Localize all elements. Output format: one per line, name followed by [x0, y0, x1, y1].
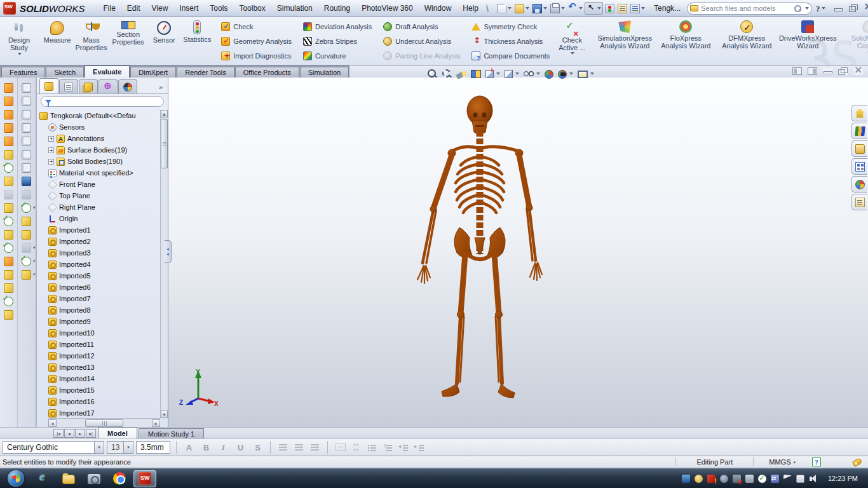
- toolbar-button[interactable]: ▾: [20, 201, 34, 215]
- format-letter-button[interactable]: B: [200, 441, 213, 454]
- document-window-control[interactable]: [823, 67, 832, 75]
- start-button[interactable]: [5, 470, 27, 487]
- taskbar-app-button[interactable]: [133, 470, 156, 487]
- check-active-document-button[interactable]: Check Active ...: [553, 19, 590, 64]
- tree-item[interactable]: Imported3: [39, 247, 168, 259]
- toolbar-button[interactable]: ▾: [20, 135, 34, 148]
- tab-nav-button[interactable]: [64, 429, 74, 438]
- minimize-button[interactable]: [833, 4, 844, 13]
- commandmanager-tab[interactable]: Office Products: [235, 67, 299, 78]
- format-letter-button[interactable]: A: [182, 441, 196, 454]
- motion-study-tab[interactable]: Motion Study 1: [139, 428, 204, 438]
- commandmanager-tab[interactable]: Render Tools: [177, 67, 234, 78]
- featuremanager-tab[interactable]: [79, 79, 98, 93]
- quick-access-button[interactable]: [585, 2, 603, 15]
- graphics-viewport[interactable]: Y X Z: [168, 78, 868, 427]
- numbering-button[interactable]: [381, 441, 395, 454]
- ribbon-small-button[interactable]: Zebra Stripes: [301, 34, 374, 49]
- format-letter-button[interactable]: S: [251, 441, 264, 454]
- toolbar-button[interactable]: [2, 108, 16, 121]
- tree-item[interactable]: Imported12: [39, 350, 168, 362]
- taskbar-app-button[interactable]: [32, 470, 55, 487]
- toolbar-button[interactable]: ▾: [20, 241, 34, 255]
- tray-icon[interactable]: [695, 475, 703, 483]
- tree-item[interactable]: Front Plane: [39, 179, 168, 190]
- design-study-button[interactable]: Design Study: [1, 19, 37, 64]
- featuremanager-tab[interactable]: [39, 78, 58, 93]
- expand-icon[interactable]: [48, 147, 54, 153]
- outdent-button[interactable]: [397, 441, 410, 454]
- tree-item[interactable]: Imported9: [39, 316, 168, 327]
- ribbon-small-button[interactable]: Geometry Analysis: [219, 34, 294, 49]
- font-size-combo[interactable]: 13: [107, 441, 133, 454]
- format-letter-button[interactable]: U: [234, 441, 247, 454]
- task-pane-tab[interactable]: [851, 140, 867, 157]
- toolbar-button[interactable]: [2, 308, 16, 322]
- task-pane-tab[interactable]: [851, 105, 867, 121]
- tray-icon[interactable]: [733, 475, 741, 483]
- tree-item[interactable]: Surface Bodies(19): [39, 144, 168, 156]
- indent-button[interactable]: [413, 441, 426, 454]
- units-selector[interactable]: MMGS: [759, 458, 806, 466]
- tree-item[interactable]: Annotations: [39, 133, 168, 144]
- tray-icon[interactable]: [796, 475, 804, 483]
- toolbar-button[interactable]: ▾: [20, 228, 34, 241]
- tab-nav-button[interactable]: [53, 429, 64, 438]
- menu-item[interactable]: Edit: [121, 0, 146, 17]
- restore-button[interactable]: [848, 4, 858, 13]
- fit-text-button[interactable]: [334, 441, 347, 454]
- taskbar-app-button[interactable]: [57, 470, 80, 487]
- tray-icon[interactable]: [707, 475, 715, 483]
- quick-access-button[interactable]: [513, 2, 531, 15]
- toolbar-button[interactable]: ▾: [20, 95, 34, 108]
- ribbon-small-button[interactable]: Undercut Analysis: [381, 34, 463, 49]
- tree-item[interactable]: Material <not specified>: [39, 167, 168, 179]
- scroll-down-icon[interactable]: ▼: [161, 410, 168, 418]
- toolbar-button[interactable]: [2, 228, 16, 241]
- ribbon-small-button[interactable]: Thickness Analysis: [469, 34, 552, 49]
- tag-icon[interactable]: [852, 458, 863, 467]
- toolbar-button[interactable]: [2, 148, 16, 161]
- tree-item[interactable]: Imported4: [39, 259, 168, 270]
- tree-item[interactable]: Imported10: [39, 327, 168, 339]
- scroll-up-icon[interactable]: ▲: [161, 110, 168, 118]
- heads-up-button[interactable]: [558, 69, 573, 79]
- quick-access-button[interactable]: [549, 2, 566, 15]
- close-button[interactable]: [862, 4, 868, 13]
- tree-item[interactable]: Imported11: [39, 339, 168, 350]
- toolbar-button[interactable]: ▾: [20, 121, 34, 135]
- toolbar-button[interactable]: [2, 135, 16, 148]
- tree-horizontal-scrollbar[interactable]: ◂ ▸: [48, 418, 160, 427]
- toolbar-button[interactable]: [2, 241, 16, 255]
- menu-item[interactable]: Tools: [204, 0, 233, 17]
- chevron-down-icon[interactable]: [123, 442, 133, 453]
- tree-item[interactable]: Top Plane: [39, 190, 168, 201]
- search-options-caret[interactable]: [805, 7, 809, 10]
- commandmanager-tab[interactable]: DimXpert: [130, 67, 176, 78]
- quick-access-button[interactable]: [567, 2, 584, 15]
- toolbar-button[interactable]: ▾: [20, 188, 34, 201]
- toolbar-button[interactable]: [2, 215, 16, 228]
- ribbon-big-button[interactable]: Statistics: [180, 19, 214, 64]
- heads-up-button[interactable]: [485, 69, 500, 78]
- task-pane-tab[interactable]: [851, 158, 867, 175]
- toolbar-button[interactable]: [2, 255, 16, 268]
- featuremanager-tab[interactable]: [59, 79, 78, 93]
- toolbar-button[interactable]: [2, 188, 16, 201]
- scroll-left-icon[interactable]: ◂: [48, 419, 57, 427]
- model-tab[interactable]: Model: [98, 427, 137, 438]
- quick-access-button[interactable]: [531, 2, 548, 15]
- scrollbar-thumb[interactable]: [161, 119, 168, 168]
- commandmanager-tab[interactable]: Sketch: [46, 67, 84, 78]
- tree-item[interactable]: Imported15: [39, 384, 168, 396]
- ribbon-small-button[interactable]: Import Diagnostics: [219, 49, 294, 64]
- taskbar-app-button[interactable]: [83, 470, 105, 487]
- tree-item[interactable]: Imported2: [39, 236, 168, 247]
- quick-access-button[interactable]: [496, 2, 513, 15]
- tree-item[interactable]: Imported14: [39, 373, 168, 384]
- commandmanager-tab[interactable]: Evaluate: [85, 65, 130, 78]
- align-left-button[interactable]: [276, 441, 290, 454]
- pin-menu-icon[interactable]: [486, 4, 489, 12]
- menu-item[interactable]: Insert: [173, 0, 204, 17]
- toolbar-button[interactable]: [2, 161, 16, 175]
